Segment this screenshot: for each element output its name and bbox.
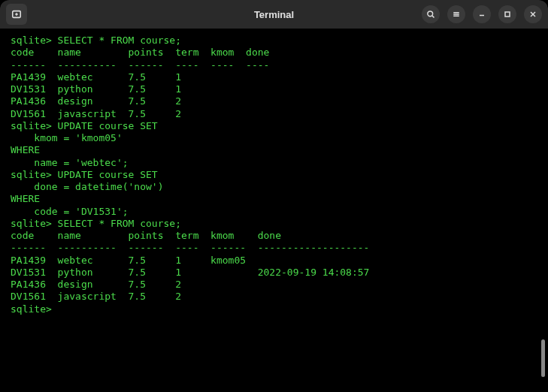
window-title: Terminal — [254, 9, 294, 20]
svg-line-4 — [432, 16, 434, 18]
terminal-line: ------ ---------- ------ ---- ------ ---… — [11, 242, 369, 253]
titlebar-left — [6, 4, 27, 25]
svg-rect-9 — [505, 12, 510, 17]
terminal-line: PA1439 webtec 7.5 1 kmom05 — [11, 255, 369, 266]
new-tab-button[interactable] — [6, 4, 27, 25]
terminal-line: PA1436 design 7.5 2 — [11, 95, 269, 107]
titlebar-right — [422, 5, 542, 23]
terminal-line: sqlite> — [11, 303, 58, 315]
terminal-line: DV1531 python 7.5 1 — [11, 83, 269, 95]
terminal-line: sqlite> SELECT * FROM course; — [11, 218, 181, 229]
terminal-line: WHERE — [11, 144, 40, 155]
svg-point-3 — [428, 11, 433, 17]
terminal-line: kmom = 'kmom05' — [11, 132, 123, 143]
menu-button[interactable] — [447, 5, 465, 23]
maximize-button[interactable] — [498, 5, 516, 23]
terminal-line: code name points term kmom done — [11, 47, 269, 58]
terminal-line: DV1561 javascript 7.5 2 — [11, 291, 369, 302]
terminal-line: code = 'DV1531'; — [11, 206, 129, 217]
titlebar: Terminal — [0, 0, 548, 29]
terminal-line: code name points term kmom done — [11, 230, 369, 241]
minimize-button[interactable] — [473, 5, 491, 23]
terminal-line: PA1439 webtec 7.5 1 — [11, 71, 269, 83]
scrollbar-thumb[interactable] — [541, 339, 545, 377]
terminal-line: PA1436 design 7.5 2 — [11, 279, 369, 290]
terminal-line: DV1561 javascript 7.5 2 — [11, 108, 269, 119]
terminal-line: WHERE — [11, 193, 40, 204]
terminal-output[interactable]: sqlite> SELECT * FROM course; code name … — [0, 29, 548, 392]
terminal-line: DV1531 python 7.5 1 2022-09-19 14:08:57 — [11, 267, 369, 278]
search-button[interactable] — [422, 5, 440, 23]
terminal-line: done = datetime('now') — [11, 181, 164, 192]
terminal-line: sqlite> UPDATE course SET — [11, 120, 158, 131]
terminal-line: sqlite> SELECT * FROM course; — [11, 35, 181, 46]
close-button[interactable] — [524, 5, 542, 23]
terminal-line: ------ ---------- ------ ---- ---- ---- — [11, 59, 269, 71]
terminal-line: name = 'webtec'; — [11, 157, 129, 168]
terminal-line: sqlite> UPDATE course SET — [11, 169, 158, 180]
